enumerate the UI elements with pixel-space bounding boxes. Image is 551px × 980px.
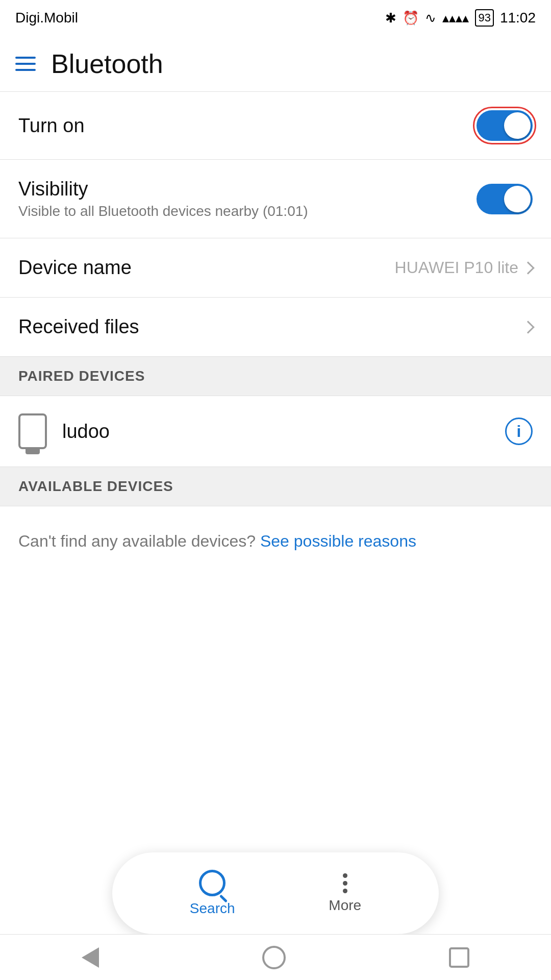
more-nav-label: More: [329, 897, 361, 914]
home-circle-icon: [262, 946, 286, 969]
more-nav-item[interactable]: More: [329, 873, 361, 914]
paired-devices-label: PAIRED DEVICES: [18, 368, 145, 384]
received-files-row[interactable]: Received files: [0, 298, 551, 357]
available-devices-label: AVAILABLE DEVICES: [18, 478, 173, 494]
hamburger-menu-button[interactable]: [15, 57, 36, 71]
turn-on-row[interactable]: Turn on: [0, 92, 551, 160]
signal-icon: ▴▴▴▴: [442, 10, 469, 26]
paired-devices-header: PAIRED DEVICES: [0, 357, 551, 396]
visibility-row[interactable]: Visibility Visible to all Bluetooth devi…: [0, 160, 551, 238]
page-title: Bluetooth: [51, 48, 163, 79]
battery-indicator: 93: [475, 9, 493, 27]
search-nav-item[interactable]: Search: [190, 870, 235, 917]
bluetooth-status-icon: ✱: [385, 10, 396, 26]
device-name-label: Device name: [18, 257, 132, 279]
search-nav-label: Search: [190, 900, 235, 917]
page-header: Bluetooth: [0, 36, 551, 92]
see-possible-reasons-link[interactable]: See possible reasons: [260, 532, 416, 550]
visibility-left: Visibility Visible to all Bluetooth devi…: [18, 178, 308, 219]
device-name-ludoo: ludoo: [62, 421, 490, 443]
search-nav-icon: [199, 870, 226, 896]
recents-square-icon: [449, 947, 469, 968]
chevron-right-icon: [521, 261, 534, 274]
home-button[interactable]: [262, 946, 286, 969]
alarm-icon: ⏰: [403, 10, 419, 26]
back-button[interactable]: [82, 947, 99, 968]
carrier-label: Digi.Mobil: [15, 10, 78, 26]
visibility-toggle[interactable]: [477, 184, 533, 214]
device-phone-icon: [18, 413, 47, 449]
received-files-chevron-icon: [521, 321, 534, 333]
received-files-label: Received files: [18, 316, 139, 338]
wifi-icon: ∿: [425, 10, 436, 26]
received-files-chevron: [523, 323, 533, 332]
device-info-button[interactable]: i: [505, 418, 533, 445]
more-dots-icon: [343, 873, 347, 893]
visibility-label: Visibility: [18, 178, 308, 200]
time-display: 11:02: [500, 10, 536, 26]
turn-on-label: Turn on: [18, 115, 85, 137]
bottom-nav-bar: Search More: [112, 852, 439, 934]
turn-on-left: Turn on: [18, 115, 85, 137]
recents-button[interactable]: [449, 947, 469, 968]
available-devices-header: AVAILABLE DEVICES: [0, 467, 551, 506]
paired-device-ludoo[interactable]: ludoo i: [0, 396, 551, 467]
device-name-row[interactable]: Device name HUAWEI P10 lite: [0, 238, 551, 298]
status-bar: Digi.Mobil ✱ ⏰ ∿ ▴▴▴▴ 93 11:02: [0, 0, 551, 36]
back-triangle-icon: [82, 947, 99, 968]
status-icons: ✱ ⏰ ∿ ▴▴▴▴ 93 11:02: [385, 9, 536, 27]
turn-on-toggle[interactable]: [477, 110, 533, 141]
device-name-value: HUAWEI P10 lite: [395, 258, 533, 277]
settings-list: Turn on Visibility Visible to all Blueto…: [0, 92, 551, 357]
visibility-sublabel: Visible to all Bluetooth devices nearby …: [18, 203, 308, 219]
system-nav-bar: [0, 934, 551, 980]
no-devices-message: Can't find any available devices? See po…: [0, 506, 551, 576]
